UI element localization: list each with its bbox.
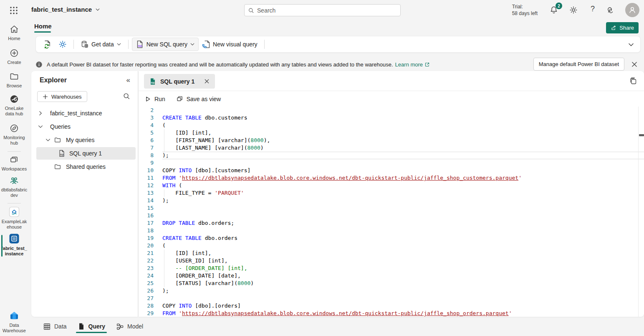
fabric-app: fabric_test_instance Trial: 58 days left… — [0, 0, 644, 336]
nav-monitoring-label: Monitoring hub — [0, 135, 28, 146]
settings-gear-icon[interactable] — [569, 5, 578, 15]
user-avatar[interactable] — [625, 3, 639, 17]
get-data-button[interactable]: Get data — [77, 38, 125, 51]
nav-browse[interactable]: Browse — [0, 71, 28, 89]
nav-create[interactable]: Create — [0, 48, 28, 65]
code-line[interactable]: 25 [STATUS] [varchar](8000) — [139, 280, 644, 287]
view-tab-data[interactable]: Data — [40, 319, 69, 334]
folder-icon — [54, 136, 61, 144]
code-line[interactable]: 3CREATE TABLE dbo.customers — [139, 114, 644, 122]
code-line[interactable]: 14); — [139, 197, 644, 204]
people-icon — [9, 176, 19, 186]
code-line[interactable]: 7 [LAST_NAME] [varchar](8000) — [139, 144, 644, 152]
view-tab-query[interactable]: Query — [75, 319, 108, 334]
chevron-down-icon — [190, 42, 195, 47]
code-line[interactable]: 29FROM 'https://dbtlabsynapsedatalake.bl… — [139, 310, 644, 317]
code-line-text: FILE_TYPE = 'PARQUET' — [162, 189, 644, 197]
top-bar: fabric_test_instance Trial: 58 days left… — [0, 0, 644, 20]
code-line-text: FROM 'https://dbtlabsynapsedatalake.blob… — [162, 174, 644, 182]
line-number: 16 — [139, 212, 154, 219]
code-line[interactable]: 28COPY INTO [dbo].[orders] — [139, 302, 644, 310]
tree-item-my-queries[interactable]: My queries — [31, 134, 138, 146]
code-line-text: WITH ( — [162, 182, 644, 189]
refresh-file-icon[interactable] — [43, 40, 52, 49]
code-line[interactable]: 27 — [139, 295, 644, 302]
help-icon[interactable]: ? — [591, 5, 595, 13]
code-line[interactable]: 23 -- [ORDER_DATE] [int], — [139, 265, 644, 272]
nav-item-examplelakehouse[interactable]: ExampleLakehouse — [0, 206, 28, 230]
share-icon — [611, 25, 617, 31]
query-settings-gear-icon[interactable] — [58, 40, 67, 49]
code-line[interactable]: 6 [FIRST_NAME] [varchar](8000), — [139, 137, 644, 144]
tree-item-shared-queries[interactable]: Shared queries — [31, 160, 138, 173]
save-as-view-button[interactable]: Save as view — [176, 95, 221, 102]
code-line[interactable]: 19CREATE TABLE dbo.orders — [139, 234, 644, 242]
nav-workspaces[interactable]: Workspaces — [0, 155, 28, 172]
view-tab-model[interactable]: Model — [114, 319, 146, 334]
line-number: 18 — [139, 227, 154, 234]
code-line-text: ( — [162, 122, 644, 129]
nav-monitoring-hub[interactable]: Monitoring hub — [0, 123, 28, 146]
code-line[interactable]: 5 [ID] [int], — [139, 129, 644, 137]
nav-home[interactable]: Home — [0, 24, 28, 41]
code-line[interactable]: 18 — [139, 227, 644, 234]
close-tab-icon[interactable] — [204, 78, 210, 84]
editor-overview-ruler[interactable] — [638, 107, 639, 317]
nav-item-data-warehouse[interactable]: Data Warehouse — [0, 310, 28, 333]
banner-close-icon[interactable] — [631, 61, 638, 68]
code-line[interactable]: 15 — [139, 204, 644, 212]
nav-workspace-dbtlabsfabricdev[interactable]: dbtlabsfabricdev — [0, 176, 28, 198]
plus-icon — [43, 94, 48, 99]
code-editor-content[interactable]: 23CREATE TABLE dbo.customers4(5 [ID] [in… — [139, 107, 644, 317]
waffle-menu-icon[interactable] — [9, 6, 18, 15]
tree-item-queries[interactable]: Queries — [31, 120, 138, 133]
tree-item-warehouse-root[interactable]: fabric_test_instance — [31, 107, 138, 120]
add-warehouses-button[interactable]: Warehouses — [37, 91, 87, 102]
toolbar-divider — [128, 40, 129, 49]
learn-more-link[interactable]: Learn more — [395, 61, 430, 68]
run-label: Run — [154, 96, 165, 102]
share-button[interactable]: Share — [606, 22, 639, 33]
copy-layers-icon[interactable] — [629, 77, 637, 85]
code-line[interactable]: 2 — [139, 107, 644, 114]
code-line[interactable]: 26); — [139, 287, 644, 295]
code-line[interactable]: 17DROP TABLE dbo.orders; — [139, 219, 644, 227]
explorer-title: Explorer — [40, 76, 67, 84]
code-line[interactable]: 13 FILE_TYPE = 'PARQUET' — [139, 189, 644, 197]
workspace-switcher[interactable]: fabric_test_instance — [31, 6, 100, 13]
nav-browse-label: Browse — [6, 83, 23, 89]
nav-home-label: Home — [7, 36, 21, 41]
run-button[interactable]: Run — [144, 96, 165, 102]
new-sql-query-button[interactable]: SQL New SQL query — [132, 38, 199, 51]
code-line[interactable]: 10COPY INTO [dbo].[customers] — [139, 167, 644, 174]
tree-label: Queries — [50, 123, 71, 130]
code-line[interactable]: 16 — [139, 212, 644, 219]
trial-status: Trial: 58 days left — [512, 3, 538, 17]
sql-file-icon: SQL — [58, 150, 66, 157]
explorer-search-icon[interactable] — [123, 92, 130, 100]
code-line[interactable]: 12WITH ( — [139, 182, 644, 189]
code-line[interactable]: 11FROM 'https://dbtlabsynapsedatalake.bl… — [139, 174, 644, 182]
code-line[interactable]: 20( — [139, 242, 644, 249]
code-line[interactable]: 4( — [139, 122, 644, 129]
nav-item-fabric-test-instance[interactable]: fabric_test_instance — [0, 233, 28, 257]
code-line-text: FROM 'https://dbtlabsynapsedatalake.blob… — [162, 310, 644, 317]
code-line[interactable]: 24 [ORDER_DATE] [date], — [139, 272, 644, 280]
code-line[interactable]: 21 [ID] [int], — [139, 249, 644, 257]
feedback-icon[interactable] — [606, 5, 616, 15]
manage-dataset-button[interactable]: Manage default Power BI dataset — [533, 58, 624, 71]
code-line[interactable]: 22 [USER_ID] [int], — [139, 257, 644, 265]
collapse-ribbon-chevron-icon[interactable] — [628, 41, 634, 48]
line-number: 6 — [139, 137, 154, 144]
code-line[interactable]: 8); — [139, 152, 644, 159]
new-visual-query-button[interactable]: New visual query — [199, 38, 261, 51]
nav-onelake-data-hub[interactable]: OneLake data hub — [0, 94, 28, 117]
search-input[interactable] — [257, 7, 397, 14]
tree-item-sql-query-1[interactable]: SQL SQL query 1 — [36, 147, 136, 160]
global-search[interactable] — [244, 4, 401, 16]
tab-home[interactable]: Home — [34, 23, 52, 30]
collapse-panel-icon[interactable]: « — [126, 76, 130, 84]
code-line[interactable]: 9 — [139, 159, 644, 167]
tab-sql-query-1[interactable]: SQL SQL query 1 — [144, 74, 215, 89]
workspace-name: fabric_test_instance — [31, 6, 92, 13]
